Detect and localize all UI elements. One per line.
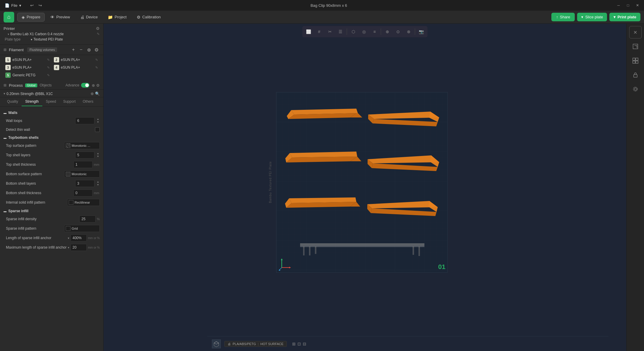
file-menu[interactable]: 📄 File ▾	[2, 2, 24, 9]
tab-speed[interactable]: Speed	[42, 97, 60, 106]
sparse-infill-pattern-label: Sparse infill pattern	[6, 226, 64, 231]
nav-project[interactable]: 📁 Project	[103, 13, 131, 22]
navbar: ⌂ ◈ Prepare 👁 Preview 🖨 Device 📁 Project…	[0, 11, 644, 24]
top-shell-layers-input[interactable]	[75, 152, 94, 159]
edit-filament-1-icon[interactable]: ✎	[47, 58, 50, 62]
canvas-area[interactable]: Bambu Textured PEI Plate	[104, 40, 608, 333]
tab-quality[interactable]: Quality	[4, 97, 22, 106]
wall-loops-down[interactable]: ▼	[96, 121, 100, 124]
walls-group-header[interactable]: ▬ Walls	[0, 109, 103, 116]
viewport-toolbar: ⬜ # ✂ ☰ ⬡ ◎ ≡ ⊕ ⊙ ⊗ 📷	[302, 26, 428, 37]
redo-button[interactable]: ↪	[37, 2, 43, 8]
filament-item-1[interactable]: 1 eSUN PLA+ ✎	[4, 56, 51, 63]
view-tool-1[interactable]: ⬡	[348, 27, 358, 36]
slice-button[interactable]: ▾ Slice plate	[577, 13, 607, 21]
bottom-shell-layers-down[interactable]: ▼	[96, 183, 100, 186]
camera-button[interactable]: 📷	[416, 27, 426, 36]
nav-prepare[interactable]: ◈ Prepare	[17, 13, 45, 22]
plate-type-value[interactable]: ▾ Textured PEI Plate	[31, 37, 63, 41]
wall-loops-value: ▲ ▼	[75, 117, 100, 124]
add-filament-button[interactable]: +	[70, 46, 77, 53]
copy-filament-button[interactable]: ⊕	[86, 46, 92, 53]
top-bottom-group-header[interactable]: ▬ Top/bottom shells	[0, 134, 103, 141]
top-surface-pattern-select[interactable]: Monotonic ...	[64, 142, 100, 149]
remove-filament-button[interactable]: −	[78, 46, 84, 53]
undo-button[interactable]: ↩	[29, 2, 35, 8]
filament-item-2[interactable]: 2 eSUN PLA+ ✎	[52, 56, 100, 63]
filament-icon: ⊞	[4, 48, 7, 52]
share-button[interactable]: ↑ Share	[551, 13, 575, 21]
view-grid-button[interactable]: #	[314, 27, 324, 36]
svg-rect-22	[636, 61, 638, 63]
profile-search-icon[interactable]: 🔍	[95, 91, 100, 96]
filament-item-3[interactable]: 3 eSUN PLA+ ✎	[4, 64, 51, 71]
top-shell-thickness-input[interactable]	[73, 161, 93, 168]
process-copy-icon[interactable]: ⊕	[92, 83, 95, 88]
view-tool-3[interactable]: ≡	[370, 27, 380, 36]
arrange-button[interactable]	[629, 54, 642, 67]
profile-copy-icon[interactable]: ⊕	[91, 91, 94, 96]
view-3d-button[interactable]: ⬜	[304, 27, 314, 36]
view-layers-button[interactable]: ☰	[336, 27, 346, 36]
status-icon-2: ⊡	[297, 342, 301, 346]
top-shell-layers-down[interactable]: ▼	[96, 155, 100, 158]
objects-tag[interactable]: Objects	[40, 83, 52, 87]
preview-label: Preview	[56, 15, 70, 19]
tab-support[interactable]: Support	[59, 97, 79, 106]
sparse-infill-pattern-select[interactable]: Grid	[64, 225, 100, 232]
maximize-button[interactable]: □	[624, 2, 632, 8]
bottom-shell-thickness-input[interactable]	[73, 189, 93, 197]
length-anchor-input[interactable]	[70, 234, 87, 241]
settings-button[interactable]	[629, 83, 642, 95]
sparse-infill-density-input[interactable]	[79, 215, 96, 223]
nav-calibration[interactable]: ⚙ Calibration	[132, 13, 165, 22]
global-tag[interactable]: Global	[25, 83, 37, 87]
view-tool-5[interactable]: ⊙	[393, 27, 403, 36]
edit-filament-5-icon[interactable]: ✎	[47, 73, 50, 77]
view-tool-4[interactable]: ⊕	[382, 27, 392, 36]
close-plate-button[interactable]: ✕	[629, 26, 642, 38]
orient-button[interactable]	[629, 40, 642, 53]
edit-filament-3-icon[interactable]: ✎	[47, 66, 50, 70]
close-button[interactable]: ✕	[633, 2, 642, 8]
wall-loops-up[interactable]: ▲	[96, 118, 100, 121]
edit-printer-icon[interactable]: ✎	[97, 32, 100, 36]
nav-device[interactable]: 🖨 Device	[76, 13, 102, 22]
tab-others[interactable]: Others	[79, 97, 97, 106]
nav-preview[interactable]: 👁 Preview	[46, 13, 74, 22]
bottom-shell-layers-up[interactable]: ▲	[96, 181, 100, 183]
printer-settings-icon[interactable]: ⚙	[96, 26, 100, 31]
view-tool-2[interactable]: ◎	[359, 27, 369, 36]
bottom-shell-layers-input[interactable]	[75, 180, 94, 187]
print-button[interactable]: ▾ Print plate	[609, 13, 640, 21]
filament-settings-button[interactable]: ⚙	[93, 46, 100, 53]
top-surface-pattern-text: Monotonic ...	[72, 144, 90, 147]
edit-filament-4-icon[interactable]: ✎	[95, 66, 98, 70]
wall-loops-row: Wall loops ▲ ▼	[0, 116, 103, 125]
minimize-button[interactable]: ─	[614, 2, 623, 8]
sparse-infill-group-header[interactable]: ▬ Sparse infill	[0, 207, 103, 214]
clip-6	[367, 201, 438, 216]
view-tool-6[interactable]: ⊗	[404, 27, 414, 36]
top-shell-layers-up[interactable]: ▲	[96, 152, 100, 155]
prepare-icon: ◈	[22, 15, 25, 20]
tab-strength[interactable]: Strength	[22, 97, 42, 106]
advance-switch[interactable]	[81, 83, 89, 88]
home-button[interactable]: ⌂	[4, 12, 14, 22]
filament-item-5[interactable]: 5 Generic PETG ✎	[4, 72, 51, 79]
detect-thin-wall-label: Detect thin wall	[6, 128, 95, 132]
internal-solid-infill-select[interactable]: Rectilinear	[67, 199, 100, 206]
toolbar-separator-1	[347, 28, 347, 35]
lock-button[interactable]	[629, 69, 642, 81]
view-cut-button[interactable]: ✂	[325, 27, 335, 36]
wall-loops-input[interactable]	[75, 117, 94, 124]
flushing-volumes-button[interactable]: Flushing volumes	[27, 47, 57, 52]
internal-solid-infill-value: Rectilinear	[67, 199, 100, 206]
bottom-surface-pattern-select[interactable]: Monotonic	[64, 170, 100, 178]
titlebar: 📄 File ▾ ↩ ↪ Bag Clip 90x8mm x 6 ─ □ ✕	[0, 0, 644, 11]
edit-filament-2-icon[interactable]: ✎	[95, 58, 98, 62]
process-settings-icon[interactable]: ⚙	[96, 83, 100, 88]
detect-thin-wall-checkbox[interactable]	[95, 127, 100, 132]
max-length-anchor-input[interactable]	[70, 244, 87, 251]
filament-item-4[interactable]: 4 eSUN PLA+ ✎	[52, 64, 100, 71]
